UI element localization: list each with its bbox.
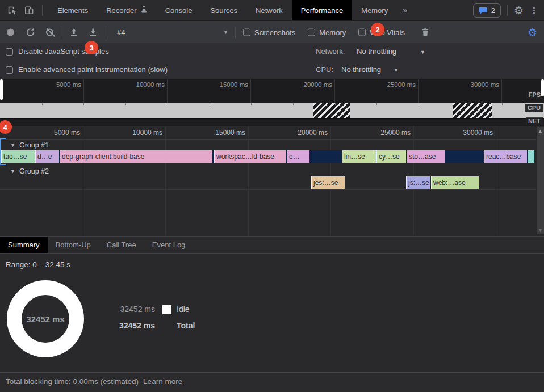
reload-and-record-button[interactable]	[26, 27, 35, 37]
tab-console[interactable]: Console	[156, 0, 202, 20]
timeline-tick-label: 10000 ms	[132, 129, 162, 137]
advanced-paint-checkbox[interactable]	[6, 66, 13, 74]
timeline-grid-line	[248, 126, 249, 235]
group-header-group-2[interactable]: ▼Group #2	[10, 166, 49, 176]
details-tab-call-tree[interactable]: Call Tree	[99, 237, 144, 253]
scroll-down-icon[interactable]: ▼	[537, 227, 544, 233]
tab-memory[interactable]: Memory	[352, 0, 397, 20]
devtools-tabs: ElementsRecorderConsoleSourcesNetworkPer…	[48, 0, 413, 20]
flame-chart[interactable]: ▲ ▼ 5000 ms10000 ms15000 ms20000 ms25000…	[0, 126, 544, 235]
timeline-overview[interactable]: 5000 ms10000 ms15000 ms20000 ms25000 ms3…	[0, 79, 544, 126]
network-throttle-select[interactable]: No throttling	[357, 47, 396, 56]
capture-checkbox-screenshots[interactable]: Screenshots	[243, 28, 295, 36]
summary-donut-chart: 32452 ms	[7, 280, 84, 357]
timeline-event-bar[interactable]: workspac…ld-base	[214, 150, 286, 163]
tab-elements[interactable]: Elements	[48, 0, 97, 20]
tab-network[interactable]: Network	[246, 0, 292, 20]
legend-label: Total	[177, 321, 195, 330]
cpu-minor-tick	[42, 103, 43, 105]
legend-row: 32452 msTotal	[115, 321, 195, 330]
timeline-event-bar[interactable]: e…	[287, 150, 309, 163]
record-button[interactable]	[7, 28, 14, 36]
details-tab-label: Bottom-Up	[56, 241, 91, 249]
gear-icon: ⚙	[514, 5, 524, 16]
timeline-event-bar[interactable]: cy…se	[376, 150, 406, 163]
timeline-event-bar[interactable]: lin…se	[342, 150, 376, 163]
timeline-event-bar[interactable]: tao…se	[1, 150, 35, 163]
session-select[interactable]: #4 ▼	[117, 28, 228, 36]
cpu-minor-tick	[168, 103, 168, 105]
overview-right-handle[interactable]	[541, 79, 544, 96]
timeline-event-bar[interactable]: jes:…se	[311, 176, 345, 189]
performance-toolbar: #4 ▼ ScreenshotsMemoryWeb Vitals ⚙	[0, 21, 544, 43]
overview-tick-line	[167, 79, 168, 103]
load-profile-button[interactable]	[69, 28, 78, 37]
cpu-minor-tick	[210, 103, 210, 105]
download-icon	[89, 28, 98, 37]
timeline-event-bar[interactable]: web:…ase	[431, 176, 479, 189]
cpu-minor-tick	[461, 103, 461, 105]
timeline-event-bar[interactable]: reac…base	[484, 150, 527, 163]
details-tab-bottom-up[interactable]: Bottom-Up	[48, 237, 99, 253]
learn-more-link[interactable]: Learn more	[143, 377, 182, 386]
tab-label: Console	[165, 6, 193, 15]
cpu-minor-tick	[83, 103, 84, 105]
legend-row: 32452 msIdle	[115, 305, 195, 314]
collapse-triangle-icon: ▼	[10, 142, 15, 148]
chevron-down-icon[interactable]: ▼	[394, 68, 399, 73]
chevron-down-icon[interactable]: ▼	[420, 49, 425, 55]
overview-tick-label: 15000 ms	[219, 81, 248, 88]
timeline-event-bar[interactable]: sto…ase	[407, 150, 445, 163]
flask-icon	[141, 6, 147, 15]
disable-js-samples-checkbox[interactable]	[6, 48, 13, 56]
scroll-up-icon[interactable]: ▲	[537, 128, 544, 134]
total-blocking-time-text: Total blocking time: 0.00ms (estimated)	[6, 377, 139, 386]
settings-gear-button[interactable]: ⚙	[514, 5, 524, 16]
net-lane	[0, 118, 544, 126]
cpu-throttle-select[interactable]: No throttling	[341, 65, 381, 74]
group-selection-bracket	[0, 138, 6, 165]
divider	[235, 27, 236, 38]
trash-icon	[421, 28, 429, 37]
notification-badge: 3	[85, 41, 98, 54]
overview-left-handle[interactable]	[0, 79, 3, 100]
timeline-event-bar[interactable]: d…e	[35, 150, 59, 163]
tab-sources[interactable]: Sources	[201, 0, 246, 20]
timeline-tick-label: 15000 ms	[215, 129, 245, 137]
status-footer: Total blocking time: 0.00ms (estimated)L…	[0, 372, 544, 392]
cpu-minor-tick	[419, 103, 419, 105]
details-tab-summary[interactable]: Summary	[0, 237, 48, 253]
toggle-device-toolbar-button[interactable]	[22, 3, 36, 18]
divider	[106, 27, 106, 38]
group-header-group-1[interactable]: ▼Group #1	[10, 140, 49, 150]
feedback-count: 2	[491, 6, 495, 15]
overview-tick-line	[501, 79, 502, 103]
timeline-event-bar[interactable]	[528, 150, 534, 163]
window-bottom-border	[0, 391, 544, 391]
clear-recording-button[interactable]	[46, 28, 53, 36]
tab-label: Performance	[301, 6, 343, 15]
save-profile-button[interactable]	[89, 28, 98, 37]
legend-value: 32452 ms	[115, 305, 155, 314]
timeline-grid-line	[496, 126, 496, 235]
timeline-event-bar[interactable]: js:…se	[406, 176, 430, 189]
capture-settings-button[interactable]: ⚙	[528, 27, 537, 37]
vertical-scrollbar[interactable]: ▲ ▼	[536, 127, 544, 234]
details-tab-event-log[interactable]: Event Log	[144, 237, 194, 253]
legend-value: 32452 ms	[115, 321, 155, 330]
tabbar-right-cluster: 2 ⚙ ⋮	[473, 3, 538, 18]
kebab-menu-icon: ⋮	[530, 6, 538, 15]
summary-legend: 32452 msIdle32452 msTotal	[115, 305, 195, 338]
capture-checkbox-memory[interactable]: Memory	[308, 28, 346, 36]
delete-recording-button[interactable]	[421, 28, 429, 37]
checkbox-box	[358, 28, 366, 36]
gear-icon: ⚙	[528, 26, 537, 38]
tab-recorder[interactable]: Recorder	[97, 0, 156, 20]
timeline-event-bar[interactable]: dep-graph-client:build-base	[60, 150, 212, 163]
feedback-button[interactable]: 2	[473, 3, 501, 18]
more-tabs-button[interactable]: »	[397, 0, 413, 20]
tab-performance[interactable]: Performance	[292, 0, 352, 20]
main-menu-button[interactable]: ⋮	[530, 6, 538, 15]
inspect-element-button[interactable]	[5, 3, 19, 18]
inspect-cursor-icon	[6, 5, 18, 16]
